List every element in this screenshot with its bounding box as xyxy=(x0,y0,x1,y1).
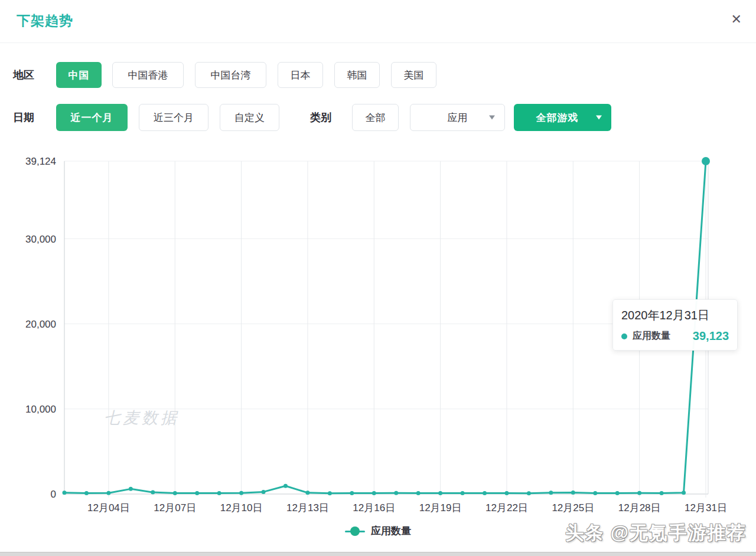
data-point[interactable] xyxy=(328,491,332,495)
data-point[interactable] xyxy=(84,491,89,495)
date-label: 日期 xyxy=(13,110,34,125)
trend-line xyxy=(64,161,706,493)
date-category-filter-row: 日期 近一个月 近三个月 自定义 类别 全部 应用 全部游戏 xyxy=(0,104,756,131)
data-point[interactable] xyxy=(461,491,465,495)
data-point[interactable] xyxy=(504,491,509,495)
region-filter-row: 地区 中国 中国香港 中国台湾 日本 韩国 美国 xyxy=(0,62,756,88)
x-tick-label: 12月22日 xyxy=(485,502,528,514)
data-point[interactable] xyxy=(239,491,243,495)
data-point[interactable] xyxy=(527,491,531,495)
caret-down-icon xyxy=(489,116,495,120)
x-tick-label: 12月04日 xyxy=(87,502,130,514)
series-dot-icon xyxy=(621,333,627,339)
data-point[interactable] xyxy=(549,490,553,495)
data-point[interactable] xyxy=(593,491,597,495)
page-title: 下架趋势 xyxy=(17,12,73,30)
data-point[interactable] xyxy=(262,490,266,494)
y-tick-label: 0 xyxy=(51,489,56,500)
data-point[interactable] xyxy=(284,484,288,488)
data-point[interactable] xyxy=(615,491,620,495)
legend-line-dot-icon xyxy=(345,526,365,536)
y-tick-label: 20,000 xyxy=(25,319,56,330)
region-option-taiwan[interactable]: 中国台湾 xyxy=(195,62,266,88)
chart-tooltip: 2020年12月31日 应用数量 39,123 xyxy=(612,299,738,351)
data-point[interactable] xyxy=(637,491,641,495)
dialog-header: 下架趋势 ✕ xyxy=(0,0,756,43)
data-point[interactable] xyxy=(372,491,376,495)
legend-label: 应用数量 xyxy=(371,524,411,538)
date-option-three-months[interactable]: 近三个月 xyxy=(139,104,208,131)
x-tick-label: 12月25日 xyxy=(552,502,594,514)
bottom-edge xyxy=(0,552,756,556)
caret-down-icon xyxy=(596,116,602,120)
data-point[interactable] xyxy=(394,491,398,495)
category-option-all[interactable]: 全部 xyxy=(352,104,399,131)
x-tick-label: 12月31日 xyxy=(685,502,727,514)
category-label: 类别 xyxy=(310,110,331,125)
date-option-last-month[interactable]: 近一个月 xyxy=(56,104,128,131)
removal-trend-dialog: 下架趋势 ✕ 地区 中国 中国香港 中国台湾 日本 韩国 美国 日期 近一个月 … xyxy=(0,0,756,556)
game-dropdown-value: 全部游戏 xyxy=(536,111,579,125)
x-tick-label: 12月13日 xyxy=(286,502,329,514)
x-tick-label: 12月07日 xyxy=(154,502,196,514)
data-point[interactable] xyxy=(173,491,177,495)
region-option-china[interactable]: 中国 xyxy=(56,62,102,88)
data-point[interactable] xyxy=(571,490,575,495)
highlighted-data-point[interactable] xyxy=(702,157,710,165)
data-point[interactable] xyxy=(350,491,354,495)
date-option-custom[interactable]: 自定义 xyxy=(220,104,279,131)
region-label: 地区 xyxy=(13,68,34,82)
region-option-korea[interactable]: 韩国 xyxy=(334,62,380,88)
data-point[interactable] xyxy=(195,491,199,495)
region-option-hongkong[interactable]: 中国香港 xyxy=(112,62,184,88)
data-point[interactable] xyxy=(305,490,309,495)
close-icon[interactable]: ✕ xyxy=(731,13,742,26)
data-point[interactable] xyxy=(106,491,110,495)
data-point[interactable] xyxy=(660,491,664,495)
app-category-dropdown[interactable]: 应用 xyxy=(410,104,505,131)
toutiao-watermark: 头条 @无氪手游推荐 xyxy=(565,521,747,545)
y-tick-label: 30,000 xyxy=(25,234,56,245)
data-point[interactable] xyxy=(682,490,686,495)
data-point[interactable] xyxy=(483,491,487,495)
data-point[interactable] xyxy=(63,490,67,495)
x-tick-label: 12月28日 xyxy=(618,502,661,514)
app-dropdown-value: 应用 xyxy=(448,111,468,125)
tooltip-date: 2020年12月31日 xyxy=(621,308,729,323)
x-tick-label: 12月10日 xyxy=(220,502,263,514)
data-point[interactable] xyxy=(129,487,133,491)
y-tick-label: 10,000 xyxy=(25,404,56,415)
tooltip-row: 应用数量 39,123 xyxy=(621,329,729,343)
data-point[interactable] xyxy=(416,491,421,495)
data-point[interactable] xyxy=(151,490,155,495)
data-point[interactable] xyxy=(217,491,221,495)
tooltip-series-name: 应用数量 xyxy=(633,330,670,342)
x-tick-label: 12月19日 xyxy=(419,502,462,514)
game-category-dropdown[interactable]: 全部游戏 xyxy=(514,104,611,131)
region-option-usa[interactable]: 美国 xyxy=(391,62,436,88)
region-option-japan[interactable]: 日本 xyxy=(278,62,323,88)
tooltip-value: 39,123 xyxy=(693,329,729,343)
x-tick-label: 12月16日 xyxy=(353,502,395,514)
data-point[interactable] xyxy=(438,491,442,495)
y-tick-label: 39,124 xyxy=(25,156,56,167)
